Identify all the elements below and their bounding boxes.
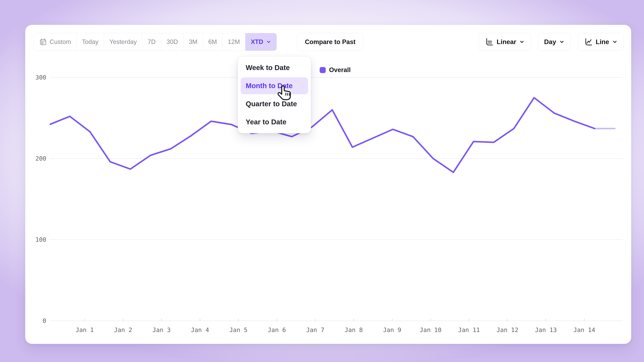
x-axis-label-jan-3: Jan 3 (143, 327, 180, 334)
range-button-7d[interactable]: 7D (142, 33, 161, 51)
x-axis-tick (84, 319, 85, 321)
x-axis-label-jan-10: Jan 10 (412, 327, 449, 334)
linear-scale-icon (485, 37, 494, 46)
x-axis-label-jan-9: Jan 9 (374, 327, 410, 334)
x-axis-label-jan-7: Jan 7 (297, 327, 334, 334)
range-button-custom[interactable]: Custom (34, 33, 76, 51)
line-chart-plot (50, 69, 623, 322)
calendar-icon (39, 38, 47, 46)
range-button-label: Today (82, 38, 98, 45)
x-axis-label-jan-14: Jan 14 (566, 327, 603, 334)
time-range-dropdown: Week to DateMonth to DateQuarter to Date… (238, 56, 311, 133)
x-axis-tick (584, 319, 585, 321)
control-label: Day (544, 38, 556, 45)
range-button-6m[interactable]: 6M (203, 33, 222, 51)
x-axis-label-jan-4: Jan 4 (182, 327, 218, 334)
control-label: Line (596, 38, 609, 45)
y-axis-label-0: 0 (25, 318, 46, 324)
range-button-12m[interactable]: 12M (222, 33, 245, 51)
range-button-today[interactable]: Today (76, 33, 104, 51)
x-axis-tick (238, 319, 239, 321)
range-button-label: 12M (228, 38, 240, 45)
range-button-label: XTD (251, 38, 263, 45)
x-axis-tick (392, 319, 392, 321)
x-axis-tick (123, 319, 124, 321)
y-axis-label-200: 200 (25, 155, 46, 162)
range-button-label: 7D (148, 38, 156, 45)
control-label: Linear (496, 38, 516, 45)
x-axis-label-jan-12: Jan 12 (489, 327, 526, 334)
analytics-card: CustomTodayYesterday7D30D3M6M12MXTD Comp… (25, 25, 631, 344)
line-dropdown-button[interactable]: Line (578, 33, 624, 51)
range-button-yesterday[interactable]: Yesterday (104, 33, 142, 51)
x-axis-label-jan-6: Jan 6 (258, 327, 295, 334)
x-axis-label-jan-11: Jan 11 (451, 327, 488, 334)
chevron-down-icon (519, 39, 524, 44)
menu-item-quarter-to-date[interactable]: Quarter to Date (241, 95, 308, 112)
chevron-down-icon (559, 39, 564, 44)
x-axis-label-jan-5: Jan 5 (220, 327, 257, 334)
range-button-30d[interactable]: 30D (161, 33, 184, 51)
x-axis-label-jan-8: Jan 8 (335, 327, 372, 334)
x-axis-tick (507, 319, 508, 321)
range-button-label: 3M (189, 38, 198, 45)
x-axis-tick (430, 319, 431, 321)
range-button-label: 6M (208, 38, 217, 45)
chart-controls-group: LinearDayLine (479, 33, 624, 51)
y-axis-label-100: 100 (25, 236, 46, 243)
range-button-xtd[interactable]: XTD (245, 33, 276, 51)
linear-dropdown-button[interactable]: Linear (479, 33, 531, 51)
line-chart-icon (584, 37, 593, 46)
range-button-label: 30D (166, 38, 178, 45)
compare-to-past-button[interactable]: Compare to Past (297, 33, 364, 51)
x-axis-tick (469, 319, 469, 321)
x-axis-label-jan-13: Jan 13 (528, 327, 564, 334)
y-axis-label-300: 300 (25, 74, 46, 81)
x-axis-label-jan-1: Jan 1 (66, 327, 103, 334)
menu-item-year-to-date[interactable]: Year to Date (241, 114, 308, 130)
chevron-down-icon (612, 39, 618, 44)
x-axis-tick (546, 319, 546, 321)
menu-item-week-to-date[interactable]: Week to Date (241, 59, 308, 76)
day-dropdown-button[interactable]: Day (538, 33, 571, 51)
x-axis-tick (161, 319, 162, 321)
menu-item-month-to-date[interactable]: Month to Date (241, 77, 308, 94)
range-button-label: Custom (50, 38, 71, 45)
series-line-overall (50, 98, 595, 172)
range-button-3m[interactable]: 3M (184, 33, 203, 51)
x-axis-tick (200, 319, 200, 321)
x-axis-tick (276, 319, 277, 321)
time-range-group: CustomTodayYesterday7D30D3M6M12MXTD (34, 33, 277, 51)
page-background: CustomTodayYesterday7D30D3M6M12MXTD Comp… (0, 0, 644, 362)
x-axis-tick (354, 319, 354, 321)
x-axis-tick (315, 319, 316, 321)
range-button-label: Yesterday (109, 38, 137, 45)
chevron-down-icon (266, 39, 271, 44)
x-axis-label-jan-2: Jan 2 (105, 327, 142, 334)
